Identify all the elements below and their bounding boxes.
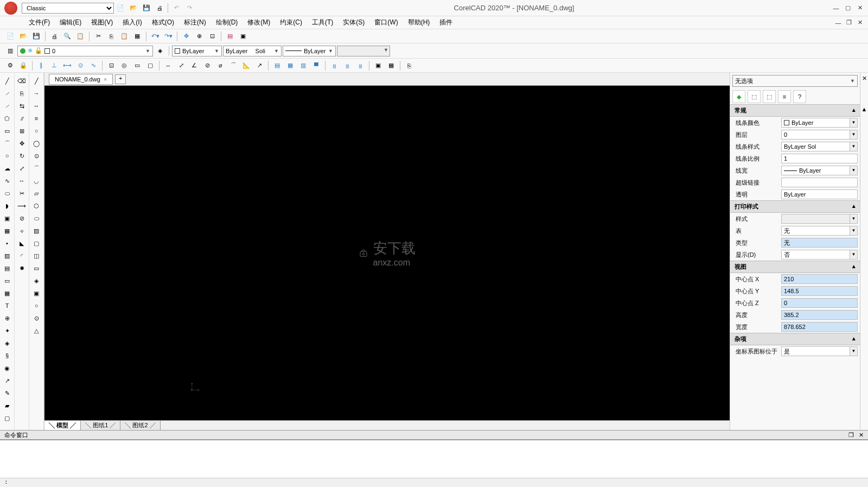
prop-value[interactable]: 1 (781, 154, 858, 163)
copy-obj-icon[interactable]: ⎘ (16, 87, 28, 99)
prop-section-常规[interactable]: 常规▴ (730, 104, 860, 117)
polyline-icon[interactable]: ⟋ (1, 100, 13, 112)
dim-aligned-icon[interactable]: ⤢ (175, 60, 187, 72)
perpendicular-icon[interactable]: ⊥ (48, 60, 60, 72)
menu-插件[interactable]: 插件 (435, 17, 457, 28)
fillet-icon[interactable]: ◜ (16, 250, 28, 262)
construction-icon[interactable]: ↔ (30, 100, 42, 112)
distribute-v-icon[interactable]: ⫼ (341, 60, 353, 72)
circle-icon[interactable]: ○ (1, 150, 13, 162)
block-edit-icon[interactable]: ▦ (385, 60, 397, 72)
doc-tab-close-icon[interactable]: × (104, 76, 107, 83)
dim-arc-icon[interactable]: ⌒ (227, 60, 239, 72)
spline-icon[interactable]: ∿ (1, 175, 13, 187)
new-icon[interactable]: 📄 (115, 3, 126, 14)
line-icon[interactable]: ╱ (1, 75, 13, 87)
prop-value[interactable]: 385.2 (781, 310, 858, 320)
sphere-icon[interactable]: ○ (30, 300, 42, 312)
filter-icon[interactable]: ≡ (778, 90, 791, 103)
open-file-icon[interactable]: 📂 (17, 30, 29, 42)
menu-格式(O)[interactable]: 格式(O) (148, 17, 178, 28)
explode-icon[interactable]: ✸ (16, 262, 28, 274)
menu-标注(N)[interactable]: 标注(N) (180, 17, 210, 28)
toggle-pim-icon[interactable]: ◆ (732, 90, 745, 103)
prop-value[interactable]: ByLayer (781, 118, 850, 128)
print-preview-icon[interactable]: 🔍 (61, 30, 73, 42)
donut-icon[interactable]: ◉ (1, 362, 13, 374)
save-file-icon[interactable]: 💾 (30, 30, 42, 42)
array-icon[interactable]: ⊞ (16, 125, 28, 137)
doc-minimize-icon[interactable]: — (834, 19, 842, 27)
quick-select-icon[interactable]: ⬚ (748, 90, 761, 103)
cmd-dock-icon[interactable]: ❐ (848, 432, 854, 438)
model-tab-2[interactable]: ╲ 图纸2 ╱ (120, 421, 160, 430)
arc2-icon[interactable]: ⌒ (30, 162, 42, 174)
prop-section-杂项[interactable]: 杂项▴ (730, 333, 860, 345)
close-icon[interactable]: ✕ (856, 4, 864, 12)
distribute-h-icon[interactable]: ⫼ (328, 60, 340, 72)
prop-value[interactable]: 无 (781, 238, 858, 248)
linetype-dropdown[interactable]: ByLayer Soli ▼ (223, 46, 282, 56)
prop-dd-icon[interactable]: ▼ (850, 166, 858, 175)
scale-icon[interactable]: ⤢ (16, 162, 28, 174)
region-icon[interactable]: ▭ (1, 275, 13, 287)
model-tab-1[interactable]: ╲ 图纸1 ╱ (81, 421, 120, 430)
copy-icon[interactable]: ⎘ (105, 30, 117, 42)
help-icon[interactable]: ? (793, 90, 806, 103)
move-icon[interactable]: ✥ (16, 137, 28, 149)
redo-btn-icon[interactable]: ↷▾ (162, 30, 174, 42)
document-tab[interactable]: NONAME_0.dwg × (49, 74, 113, 85)
drawing-canvas[interactable]: 安下载 anxz.com X Y (44, 86, 730, 420)
new-file-icon[interactable]: 📄 (4, 30, 16, 42)
trim-icon[interactable]: ✂ (16, 187, 28, 199)
cmd-close-icon[interactable]: ✕ (859, 432, 864, 438)
prop-value[interactable]: 否 (781, 250, 850, 260)
undo-btn-icon[interactable]: ↶▾ (149, 30, 161, 42)
wipeout2-icon[interactable]: ▭ (30, 262, 42, 274)
match-properties-icon[interactable]: ▦ (131, 30, 143, 42)
multiline-icon[interactable]: ≡ (30, 112, 42, 124)
insert-block-icon[interactable]: ▣ (1, 212, 13, 224)
prop-value[interactable]: 无 (781, 226, 850, 236)
hatch-icon[interactable]: ▨ (1, 250, 13, 262)
command-input[interactable]: : (0, 478, 868, 487)
concentric-icon[interactable]: ◎ (118, 60, 130, 72)
osnap-settings-icon[interactable]: ⚙ (4, 60, 16, 72)
doc-restore-icon[interactable]: ❐ (845, 19, 853, 27)
design-center-icon[interactable]: ▣ (237, 30, 249, 42)
block-icon[interactable]: ▣ (372, 60, 384, 72)
maximize-icon[interactable]: ▢ (844, 4, 852, 12)
hatch2-icon[interactable]: ▨ (30, 225, 42, 237)
xline-icon[interactable]: ⟋ (1, 87, 13, 99)
extend-icon[interactable]: ⟶ (16, 200, 28, 212)
dim-angular-icon[interactable]: ∠ (188, 60, 200, 72)
align-top-icon[interactable]: ▀ (310, 60, 322, 72)
align-left-icon[interactable]: ▤ (271, 60, 283, 72)
select-objects-icon[interactable]: ⬚ (763, 90, 776, 103)
line2-icon[interactable]: ╱ (30, 75, 42, 87)
boundary-icon[interactable]: ▢ (1, 412, 13, 424)
menu-约束(C)[interactable]: 约束(C) (276, 17, 307, 28)
menu-文件(F)[interactable]: 文件(F) (24, 17, 54, 28)
dim-linear-icon[interactable]: ↔ (162, 60, 174, 72)
zoom-window-icon[interactable]: ⊡ (206, 30, 218, 42)
point-icon[interactable]: • (1, 237, 13, 249)
polygon-icon[interactable]: ⬠ (1, 112, 13, 124)
prop-dd-icon[interactable]: ▼ (850, 142, 858, 151)
pan-icon[interactable]: ✥ (180, 30, 192, 42)
prop-section-视图[interactable]: 视图▴ (730, 261, 860, 273)
menu-绘制(D)[interactable]: 绘制(D) (212, 17, 242, 28)
ray-icon[interactable]: ↗ (1, 375, 13, 387)
arc-icon[interactable]: ⌒ (1, 137, 13, 149)
dim-radius-icon[interactable]: ⊘ (201, 60, 213, 72)
prop-value[interactable]: 878.652 (781, 322, 858, 332)
parallel-icon[interactable]: ∥ (35, 60, 47, 72)
horizontal-icon[interactable]: ⟷ (61, 60, 73, 72)
print-btn-icon[interactable]: 🖨 (48, 30, 60, 42)
layer-manager-icon[interactable]: ▥ (4, 45, 16, 57)
ellipse-icon[interactable]: ⬭ (1, 187, 13, 199)
prop-section-打印样式[interactable]: 打印样式▴ (730, 200, 860, 213)
lock-icon[interactable]: 🔒 (17, 60, 29, 72)
panel-close-icon[interactable]: ✕ (862, 75, 867, 82)
page-setup-icon[interactable]: 📋 (74, 30, 86, 42)
